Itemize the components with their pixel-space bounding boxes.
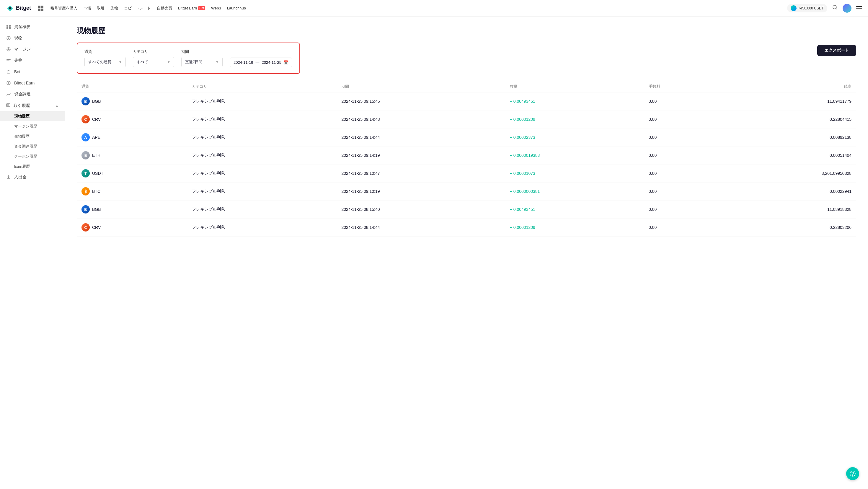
svg-point-12: [8, 72, 8, 72]
deposit-label: 入出金: [14, 175, 27, 180]
cell-currency-2: A APE: [77, 128, 187, 147]
calendar-icon: 📅: [284, 60, 288, 65]
logo-icon: [6, 4, 14, 12]
assets-icon: [6, 24, 11, 30]
cell-currency-7: C CRV: [77, 218, 187, 237]
cell-date-4: 2024-11-25 09:10:47: [337, 164, 505, 182]
coin-icon-bgb: B: [82, 97, 90, 105]
futures-icon: [6, 58, 11, 63]
search-button[interactable]: [832, 4, 838, 12]
logo[interactable]: Bitget: [6, 4, 31, 12]
category-filter-group: カテゴリ すべて ▼: [133, 49, 174, 67]
nav-buy-crypto[interactable]: 暗号資産を購入: [51, 6, 78, 11]
table-row: E ETH フレキシブル利息 2024-11-25 09:14:19 + 0.0…: [77, 147, 856, 164]
sidebar-item-earn[interactable]: Bitget Earn: [0, 78, 65, 89]
sidebar-item-margin[interactable]: マージン: [0, 44, 65, 55]
nav-web3[interactable]: Web3: [211, 6, 221, 10]
deposit-icon: [6, 175, 11, 180]
period-filter-group: 期間 直近7日間 ▼: [181, 49, 223, 67]
cell-balance-1: 0.22804415: [718, 111, 856, 128]
sidebar-subitem-futures-history[interactable]: 先物履歴: [0, 131, 65, 142]
col-header-fee: 手数料: [644, 81, 718, 92]
cell-amount-4: + 0.00001073: [505, 164, 644, 182]
currency-select[interactable]: すべての通貨 ▼: [85, 57, 126, 67]
col-header-balance: 残高: [718, 81, 856, 92]
sidebar-item-funding[interactable]: 資金調達: [0, 89, 65, 100]
balance-icon: [790, 5, 797, 11]
history-icon: [6, 103, 11, 109]
main-header-row: 現物履歴 通貨 すべての通貨 ▼ カテゴリ すべて: [77, 26, 856, 81]
sidebar-subitem-coupon-history[interactable]: クーポン履歴: [0, 151, 65, 161]
coin-name: USDT: [92, 171, 103, 176]
cell-category-6: フレキシブル利息: [187, 201, 337, 218]
main-content: 現物履歴 通貨 すべての通貨 ▼ カテゴリ すべて: [65, 17, 868, 489]
sidebar-item-trade-history[interactable]: 取引履歴 ▲: [0, 100, 65, 111]
nav-futures[interactable]: 先物: [111, 6, 118, 11]
nav-launchhub[interactable]: Launchhub: [227, 6, 246, 10]
col-header-period: 期間: [337, 81, 505, 92]
sidebar-subitem-spot-history[interactable]: 現物履歴: [0, 111, 65, 121]
cell-fee-7: 0.00: [644, 218, 718, 237]
period-value: 直近7日間: [185, 59, 203, 65]
category-value: すべて: [137, 59, 148, 65]
cell-fee-2: 0.00: [644, 128, 718, 147]
cell-date-6: 2024-11-25 08:15:40: [337, 201, 505, 218]
cell-balance-5: 0.00022941: [718, 182, 856, 201]
col-header-category: カテゴリ: [187, 81, 337, 92]
support-button[interactable]: [846, 467, 859, 480]
cell-category-0: フレキシブル利息: [187, 92, 337, 111]
sidebar-item-bot[interactable]: Bot: [0, 66, 65, 78]
balance-badge[interactable]: +450,000 USDT: [787, 4, 827, 12]
cell-fee-4: 0.00: [644, 164, 718, 182]
coin-icon-eth: E: [82, 151, 90, 159]
margin-label: マージン: [14, 47, 31, 52]
date-range-group: 2024-11-19 — 2024-11-25 📅: [230, 49, 292, 67]
currency-value: すべての通貨: [88, 59, 111, 65]
sidebar-subitem-earn-history[interactable]: Earn履歴: [0, 161, 65, 172]
user-avatar[interactable]: [843, 4, 851, 13]
svg-rect-11: [7, 71, 10, 73]
cell-amount-5: + 0.0000000381: [505, 182, 644, 201]
nav-earn[interactable]: Bitget Earn Hot: [178, 6, 205, 10]
nav-copy-trade[interactable]: コピートレード: [124, 6, 151, 11]
nav-links: 暗号資産を購入 市場 取引 先物 コピートレード 自動売買 Bitget Ear…: [51, 6, 780, 11]
nav-auto-trade[interactable]: 自動売買: [157, 6, 172, 11]
cell-fee-1: 0.00: [644, 111, 718, 128]
period-select[interactable]: 直近7日間 ▼: [181, 57, 223, 67]
table-row: C CRV フレキシブル利息 2024-11-25 08:14:44 + 0.0…: [77, 218, 856, 237]
coin-icon-btc: ₿: [82, 187, 90, 195]
cell-date-0: 2024-11-25 09:15:45: [337, 92, 505, 111]
chevron-up-icon: ▲: [55, 104, 59, 108]
sidebar-item-deposit[interactable]: 入出金: [0, 172, 65, 183]
svg-rect-9: [6, 61, 9, 61]
coin-icon-bgb: B: [82, 205, 90, 213]
grid-menu-icon[interactable]: [38, 6, 43, 11]
balance-amount: +450,000 USDT: [798, 6, 824, 10]
nav-market[interactable]: 市場: [83, 6, 91, 11]
nav-trade[interactable]: 取引: [97, 6, 104, 11]
date-range-picker[interactable]: 2024-11-19 — 2024-11-25 📅: [230, 58, 292, 67]
coin-icon-crv: C: [82, 223, 90, 232]
hamburger-menu[interactable]: [856, 6, 862, 10]
cell-fee-5: 0.00: [644, 182, 718, 201]
col-header-currency: 通貨: [77, 81, 187, 92]
table-row: ₿ BTC フレキシブル利息 2024-11-25 09:10:19 + 0.0…: [77, 182, 856, 201]
category-select[interactable]: すべて ▼: [133, 57, 174, 67]
export-button[interactable]: エクスポート: [817, 45, 856, 56]
funding-label: 資金調達: [14, 92, 31, 97]
cell-fee-6: 0.00: [644, 201, 718, 218]
sidebar-subitem-funding-history[interactable]: 資金調達履歴: [0, 142, 65, 151]
top-navigation: Bitget 暗号資産を購入 市場 取引 先物 コピートレード 自動売買 Bit…: [0, 0, 868, 17]
nav-right: +450,000 USDT: [787, 4, 862, 13]
sidebar-item-assets[interactable]: 資産概要: [0, 21, 65, 32]
coin-name: BTC: [92, 189, 100, 194]
svg-rect-10: [6, 62, 10, 62]
futures-label: 先物: [14, 58, 23, 63]
sidebar-item-futures[interactable]: 先物: [0, 55, 65, 66]
cell-category-4: フレキシブル利息: [187, 164, 337, 182]
period-chevron-icon: ▼: [216, 60, 219, 64]
sidebar-subitem-margin-history[interactable]: マージン履歴: [0, 121, 65, 131]
svg-point-13: [9, 72, 9, 72]
cell-amount-7: + 0.00001209: [505, 218, 644, 237]
sidebar-item-spot[interactable]: 現物: [0, 32, 65, 44]
